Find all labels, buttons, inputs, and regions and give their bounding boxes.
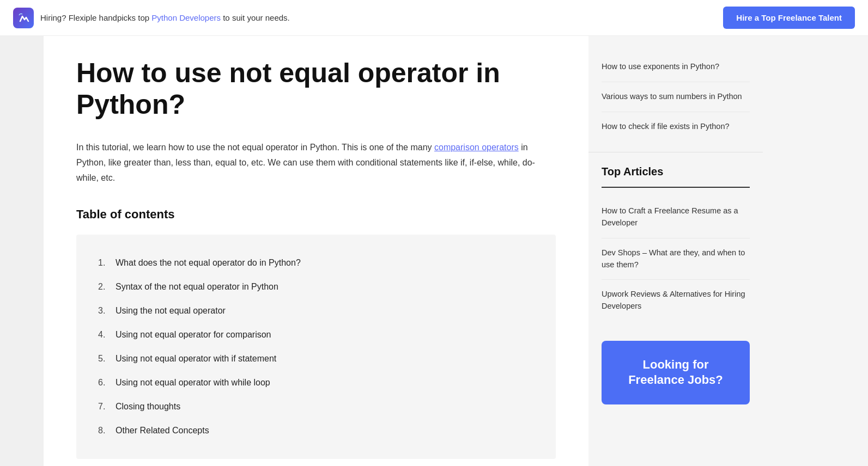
toc-item-number: 2.: [98, 280, 109, 293]
toc-container: 1.What does the not equal operator do in…: [76, 235, 556, 459]
main-content: How to use not equal operator in Python?…: [44, 36, 588, 466]
toc-item-text: Closing thoughts: [116, 400, 180, 413]
article-title: How to use not equal operator in Python?: [76, 58, 556, 120]
freelance-jobs-title: Looking for Freelance Jobs?: [615, 357, 737, 388]
banner-text-after: to suit your needs.: [221, 13, 290, 22]
toc-item[interactable]: 5.Using not equal operator with if state…: [98, 347, 534, 371]
related-link-item[interactable]: How to use exponents in Python?: [602, 52, 750, 82]
toc-item-number: 8.: [98, 424, 109, 437]
banner-text: Hiring? Flexiple handpicks top Python De…: [40, 13, 290, 22]
top-banner: Hiring? Flexiple handpicks top Python De…: [0, 0, 868, 36]
banner-text-before: Hiring? Flexiple handpicks top: [40, 13, 151, 22]
top-articles-title: Top Articles: [602, 165, 750, 178]
article-link-item[interactable]: Upwork Reviews & Alternatives for Hiring…: [602, 280, 750, 321]
toc-section: Table of contents 1.What does the not eq…: [76, 207, 556, 459]
toc-title: Table of contents: [76, 207, 556, 222]
toc-item-number: 7.: [98, 400, 109, 413]
toc-item-text: What does the not equal operator do in P…: [116, 256, 301, 269]
toc-item-text: Using not equal operator with if stateme…: [116, 352, 276, 365]
toc-item[interactable]: 4.Using not equal operator for compariso…: [98, 323, 534, 347]
python-developers-link[interactable]: Python Developers: [151, 13, 221, 22]
toc-item[interactable]: 6.Using not equal operator with while lo…: [98, 371, 534, 395]
toc-item[interactable]: 2.Syntax of the not equal operator in Py…: [98, 275, 534, 299]
top-articles-divider: [602, 187, 750, 188]
top-articles-section: Top Articles How to Craft a Freelance Re…: [588, 152, 763, 332]
article-link-item[interactable]: How to Craft a Freelance Resume as a Dev…: [602, 197, 750, 238]
freelance-jobs-card[interactable]: Looking for Freelance Jobs?: [602, 341, 750, 404]
toc-item-text: Using not equal operator for comparison: [116, 328, 271, 341]
right-sidebar: How to use exponents in Python?Various w…: [588, 36, 763, 466]
toc-item[interactable]: 8.Other Related Concepts: [98, 419, 534, 443]
toc-item-number: 4.: [98, 328, 109, 341]
toc-item-number: 3.: [98, 304, 109, 317]
toc-item-number: 1.: [98, 256, 109, 269]
toc-item[interactable]: 1.What does the not equal operator do in…: [98, 251, 534, 275]
toc-item-text: Syntax of the not equal operator in Pyth…: [116, 280, 278, 293]
page-wrapper: How to use not equal operator in Python?…: [0, 36, 868, 466]
related-link-item[interactable]: How to check if file exists in Python?: [602, 112, 750, 142]
banner-left: Hiring? Flexiple handpicks top Python De…: [13, 8, 290, 28]
top-articles-list: How to Craft a Freelance Resume as a Dev…: [602, 197, 750, 321]
toc-item-number: 5.: [98, 352, 109, 365]
toc-item[interactable]: 7.Closing thoughts: [98, 395, 534, 419]
toc-item-text: Using the not equal operator: [116, 304, 226, 317]
logo-icon: [13, 8, 34, 28]
toc-item-text: Other Related Concepts: [116, 424, 209, 437]
left-sidebar: [0, 36, 44, 466]
hire-button[interactable]: Hire a Top Freelance Talent: [723, 7, 855, 29]
comparison-operators-link[interactable]: comparison operators: [434, 143, 519, 152]
related-links-section: How to use exponents in Python?Various w…: [588, 47, 763, 152]
toc-list: 1.What does the not equal operator do in…: [98, 251, 534, 443]
toc-item-number: 6.: [98, 376, 109, 389]
related-link-item[interactable]: Various ways to sum numbers in Python: [602, 82, 750, 112]
article-link-item[interactable]: Dev Shops – What are they, and when to u…: [602, 238, 750, 280]
article-intro: In this tutorial, we learn how to use th…: [76, 140, 556, 186]
toc-item[interactable]: 3.Using the not equal operator: [98, 299, 534, 323]
toc-item-text: Using not equal operator with while loop: [116, 376, 270, 389]
